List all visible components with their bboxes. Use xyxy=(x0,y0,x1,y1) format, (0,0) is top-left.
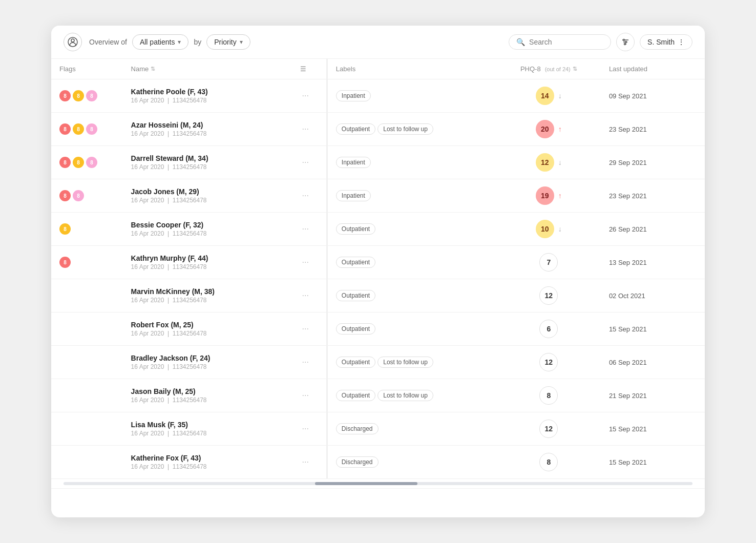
phq-cell: 7 xyxy=(497,246,601,279)
user-menu-icon: ⋮ xyxy=(678,38,685,46)
table-row[interactable]: 8 Kathryn Murphy (F, 44) 16 Apr 2020 | 1… xyxy=(51,246,705,279)
flags-cell xyxy=(51,279,123,312)
row-menu-button[interactable]: ··· xyxy=(300,156,311,169)
label-tag[interactable]: Outpatient xyxy=(336,223,375,235)
name-cell[interactable]: Katherine Poole (F, 43) 16 Apr 2020 | 11… xyxy=(123,79,292,113)
table-row[interactable]: 88 Jacob Jones (M, 29) 16 Apr 2020 | 113… xyxy=(51,179,705,213)
row-menu-button[interactable]: ··· xyxy=(300,122,311,136)
svg-point-1 xyxy=(71,39,74,42)
patient-name: Jacob Jones (M, 29) xyxy=(131,187,284,196)
chevron-down-icon: ▾ xyxy=(240,38,243,46)
patients-filter-dropdown[interactable]: All patients ▾ xyxy=(132,34,188,50)
patient-meta: 16 Apr 2020 | 1134256478 xyxy=(131,396,284,404)
row-menu-button[interactable]: ··· xyxy=(300,322,311,336)
name-cell[interactable]: Lisa Musk (F, 35) 16 Apr 2020 | 11342564… xyxy=(123,412,292,446)
patient-name: Robert Fox (M, 25) xyxy=(131,321,284,329)
label-tag[interactable]: Outpatient xyxy=(336,390,375,401)
row-menu-button[interactable]: ··· xyxy=(300,222,311,236)
label-tag[interactable]: Outpatient xyxy=(336,323,375,335)
by-label: by xyxy=(194,38,201,46)
table-header-row: Flags Name ⇅ ☰ Labels xyxy=(51,59,705,79)
patient-name: Katherine Fox (F, 43) xyxy=(131,454,284,462)
row-menu-button[interactable]: ··· xyxy=(300,89,311,102)
scrollbar-track[interactable] xyxy=(64,482,692,485)
patient-meta: 16 Apr 2020 | 1134256478 xyxy=(131,297,284,304)
table-row[interactable]: 8 Bessie Cooper (F, 32) 16 Apr 2020 | 11… xyxy=(51,213,705,246)
name-cell[interactable]: Jason Baily (M, 25) 16 Apr 2020 | 113425… xyxy=(123,379,292,412)
row-menu-button[interactable]: ··· xyxy=(300,189,311,202)
name-cell[interactable]: Katherine Fox (F, 43) 16 Apr 2020 | 1134… xyxy=(123,446,292,479)
flags-cell xyxy=(51,446,123,479)
phq-badge: 12 xyxy=(539,353,558,371)
label-tag[interactable]: Outpatient xyxy=(336,123,375,135)
label-tag[interactable]: Outpatient xyxy=(336,257,375,268)
patient-name: Bradley Jackson (F, 24) xyxy=(131,354,284,362)
name-cell[interactable]: Azar Hosseini (M, 24) 16 Apr 2020 | 1134… xyxy=(123,113,292,146)
phq-cell: 12 ↓ xyxy=(497,146,601,179)
name-cell[interactable]: Jacob Jones (M, 29) 16 Apr 2020 | 113425… xyxy=(123,179,292,213)
row-menu-button[interactable]: ··· xyxy=(300,389,311,402)
table-row[interactable]: Marvin McKinney (M, 38) 16 Apr 2020 | 11… xyxy=(51,279,705,312)
label-tag[interactable]: Lost to follow up xyxy=(377,123,433,135)
row-menu-button[interactable]: ··· xyxy=(300,356,311,369)
label-tag[interactable]: Lost to follow up xyxy=(377,357,433,368)
name-cell[interactable]: Marvin McKinney (M, 38) 16 Apr 2020 | 11… xyxy=(123,279,292,312)
flag-dot: 8 xyxy=(59,90,71,101)
flags-cell: 8 xyxy=(51,213,123,246)
row-menu-button[interactable]: ··· xyxy=(300,455,311,469)
table-row[interactable]: Bradley Jackson (F, 24) 16 Apr 2020 | 11… xyxy=(51,346,705,379)
label-tag[interactable]: Inpatient xyxy=(336,190,371,201)
name-cell[interactable]: Bradley Jackson (F, 24) 16 Apr 2020 | 11… xyxy=(123,346,292,379)
flag-dot: 8 xyxy=(86,123,97,135)
table-row[interactable]: 888 Azar Hosseini (M, 24) 16 Apr 2020 | … xyxy=(51,113,705,146)
name-cell[interactable]: Darrell Steward (M, 34) 16 Apr 2020 | 11… xyxy=(123,146,292,179)
patient-table: Flags Name ⇅ ☰ Labels xyxy=(51,59,705,489)
table-row[interactable]: Jason Baily (M, 25) 16 Apr 2020 | 113425… xyxy=(51,379,705,412)
patient-name: Azar Hosseini (M, 24) xyxy=(131,121,284,129)
label-tag[interactable]: Outpatient xyxy=(336,357,375,368)
row-menu-cell: ··· xyxy=(292,346,327,379)
scrollbar-row xyxy=(51,479,705,489)
row-menu-cell: ··· xyxy=(292,79,327,113)
name-cell[interactable]: Kathryn Murphy (F, 44) 16 Apr 2020 | 113… xyxy=(123,246,292,279)
labels-cell: OutpatientLost to follow up xyxy=(328,113,497,146)
col-header-name[interactable]: Name ⇅ xyxy=(123,59,292,79)
flag-dot: 8 xyxy=(59,157,71,168)
col-header-flags: Flags xyxy=(51,59,123,79)
label-tag[interactable]: Inpatient xyxy=(336,90,371,101)
updated-cell: 26 Sep 2021 xyxy=(601,213,705,246)
table-row[interactable]: Robert Fox (M, 25) 16 Apr 2020 | 1134256… xyxy=(51,312,705,346)
col-header-phq[interactable]: PHQ-8 (out of 24) ⇅ xyxy=(497,59,601,79)
table-row[interactable]: 888 Katherine Poole (F, 43) 16 Apr 2020 … xyxy=(51,79,705,113)
updated-cell: 29 Sep 2021 xyxy=(601,146,705,179)
label-tag[interactable]: Lost to follow up xyxy=(377,390,433,401)
priority-filter-dropdown[interactable]: Priority ▾ xyxy=(206,34,250,50)
patient-meta: 16 Apr 2020 | 1134256478 xyxy=(131,230,284,237)
row-menu-button[interactable]: ··· xyxy=(300,289,311,302)
label-tag[interactable]: Outpatient xyxy=(336,290,375,301)
flag-dot: 8 xyxy=(59,223,71,235)
table-row[interactable]: Lisa Musk (F, 35) 16 Apr 2020 | 11342564… xyxy=(51,412,705,446)
search-input[interactable] xyxy=(529,38,603,46)
label-tag[interactable]: Discharged xyxy=(336,456,379,468)
phq-cell: 12 xyxy=(497,346,601,379)
label-tag[interactable]: Discharged xyxy=(336,423,379,434)
flags-cell: 888 xyxy=(51,113,123,146)
row-menu-button[interactable]: ··· xyxy=(300,422,311,435)
table-row[interactable]: 888 Darrell Steward (M, 34) 16 Apr 2020 … xyxy=(51,146,705,179)
scrollbar-thumb[interactable] xyxy=(315,482,417,485)
name-cell[interactable]: Robert Fox (M, 25) 16 Apr 2020 | 1134256… xyxy=(123,312,292,346)
labels-cell: OutpatientLost to follow up xyxy=(328,379,497,412)
row-menu-button[interactable]: ··· xyxy=(300,256,311,269)
scrollbar-track-cell xyxy=(51,479,705,489)
label-tag[interactable]: Inpatient xyxy=(336,157,371,168)
trend-down-icon: ↓ xyxy=(558,92,562,100)
patient-meta: 16 Apr 2020 | 1134256478 xyxy=(131,263,284,270)
table-row[interactable]: Katherine Fox (F, 43) 16 Apr 2020 | 1134… xyxy=(51,446,705,479)
sort-icon: ⇅ xyxy=(151,66,155,72)
row-menu-cell: ··· xyxy=(292,379,327,412)
flags-cell: 888 xyxy=(51,79,123,113)
user-menu-button[interactable]: S. Smith ⋮ xyxy=(640,34,692,50)
name-cell[interactable]: Bessie Cooper (F, 32) 16 Apr 2020 | 1134… xyxy=(123,213,292,246)
filter-settings-button[interactable] xyxy=(616,33,635,51)
